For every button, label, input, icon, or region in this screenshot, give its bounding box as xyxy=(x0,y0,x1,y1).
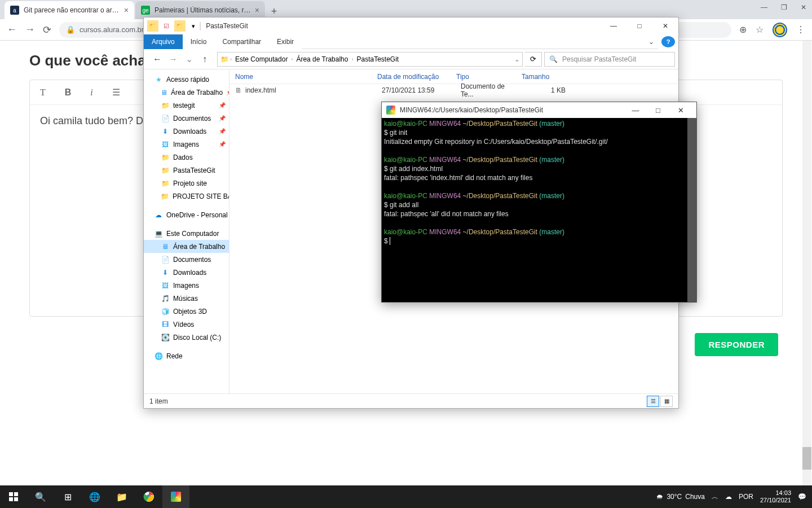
list-icon[interactable]: ☰ xyxy=(112,87,120,98)
minimize-icon[interactable]: — xyxy=(624,102,647,118)
ribbon-expand-icon[interactable]: ⌄ xyxy=(645,34,658,49)
tree-music[interactable]: 🎵Músicas xyxy=(144,292,229,305)
tree-images[interactable]: 🖼Imagens📌 xyxy=(144,138,229,151)
tree-this-pc[interactable]: 💻Este Computador xyxy=(144,227,229,240)
scrollbar-thumb[interactable] xyxy=(687,118,696,302)
tree-documents[interactable]: 📄Documentos📌 xyxy=(144,112,229,125)
col-name[interactable]: Nome xyxy=(230,73,372,81)
reload-icon[interactable]: ⟳ xyxy=(43,24,51,36)
tree-downloads[interactable]: ⬇Downloads📌 xyxy=(144,125,229,138)
minimize-icon[interactable]: — xyxy=(761,3,767,11)
breadcrumb[interactable]: 📁 › Este Computador › Área de Trabalho ›… xyxy=(217,52,523,67)
col-size[interactable]: Tamanho xyxy=(516,73,678,81)
tab-title: Palmeiras | Últimas notícias, resu xyxy=(155,6,251,14)
refresh-icon[interactable]: ⟳ xyxy=(525,52,542,67)
zoom-icon[interactable]: ⊕ xyxy=(739,24,747,35)
tab-arquivo[interactable]: Arquivo xyxy=(144,34,183,49)
tree-videos[interactable]: 🎞Vídeos xyxy=(144,318,229,331)
pin-icon: 📌 xyxy=(219,128,226,134)
explorer-icon[interactable]: 📁 xyxy=(108,485,135,508)
close-icon[interactable]: ✕ xyxy=(669,102,692,118)
tree-downloads-pc[interactable]: ⬇Downloads xyxy=(144,266,229,279)
file-row[interactable]: 🗎 index.html 27/10/2021 13:59 Documento … xyxy=(230,84,678,97)
back-icon[interactable]: ← xyxy=(7,24,17,36)
tab-exibir[interactable]: Exibir xyxy=(269,34,302,49)
terminal-scrollbar[interactable] xyxy=(687,118,696,302)
search-icon[interactable]: 🔍 xyxy=(27,485,54,508)
images-icon: 🖼 xyxy=(161,281,170,290)
language-indicator[interactable]: POR xyxy=(739,493,753,501)
task-view-icon[interactable]: ⊞ xyxy=(54,485,81,508)
tree-images-pc[interactable]: 🖼Imagens xyxy=(144,279,229,292)
responder-button[interactable]: RESPONDER xyxy=(695,333,778,356)
tree-quick-access[interactable]: ★Acesso rápido xyxy=(144,73,229,86)
desktop-icon: 🖥 xyxy=(161,242,170,251)
tree-dados[interactable]: 📁Dados xyxy=(144,151,229,164)
italic-icon[interactable]: i xyxy=(90,87,92,98)
tree-network[interactable]: 🌐Rede xyxy=(144,349,229,362)
tree-desktop[interactable]: 🖥Área de Trabalho📌 xyxy=(144,86,229,99)
terminal-titlebar[interactable]: MINGW64:/c/Users/kaio/Desktop/PastaTeste… xyxy=(382,102,696,118)
dropdown-icon[interactable]: ▾ xyxy=(188,20,199,32)
menu-icon[interactable]: ⋮ xyxy=(796,24,805,35)
chrome-icon[interactable] xyxy=(135,485,162,508)
edge-icon[interactable]: 🌐 xyxy=(81,485,108,508)
text-style-icon[interactable]: T xyxy=(40,87,46,98)
close-icon[interactable]: ✕ xyxy=(652,17,678,34)
profile-avatar[interactable] xyxy=(773,23,787,37)
minimize-icon[interactable]: — xyxy=(601,17,626,34)
git-bash-icon[interactable] xyxy=(162,485,189,508)
scrollbar-thumb[interactable] xyxy=(802,447,811,470)
details-view-icon[interactable]: ☰ xyxy=(647,396,659,407)
start-button[interactable] xyxy=(0,485,27,508)
forward-icon[interactable]: → xyxy=(25,24,35,36)
tree-testegit[interactable]: 📁testegit📌 xyxy=(144,99,229,112)
explorer-titlebar[interactable]: 📁 ☑ 📁 ▾ | PastaTesteGit — □ ✕ xyxy=(144,17,678,34)
tree-onedrive[interactable]: ☁OneDrive - Personal xyxy=(144,208,229,221)
chevron-right-icon[interactable]: › xyxy=(351,56,353,62)
onedrive-tray-icon[interactable]: ☁ xyxy=(725,493,732,501)
up-icon[interactable]: ↑ xyxy=(198,52,211,66)
close-icon[interactable]: × xyxy=(124,6,129,15)
col-type[interactable]: Tipo xyxy=(451,73,516,81)
close-icon[interactable]: ✕ xyxy=(801,3,806,11)
notifications-icon[interactable]: 💬 xyxy=(798,493,806,501)
tree-projeto-site[interactable]: 📁Projeto site xyxy=(144,177,229,190)
tree-disk-c[interactable]: 💽Disco Local (C:) xyxy=(144,331,229,344)
recent-icon[interactable]: ⌄ xyxy=(182,52,196,66)
crumb-desktop[interactable]: Área de Trabalho xyxy=(294,55,350,63)
tab-compartilhar[interactable]: Compartilhar xyxy=(214,34,269,49)
tray-chevron-icon[interactable]: ︿ xyxy=(712,492,718,502)
maximize-icon[interactable]: ❐ xyxy=(781,3,787,11)
maximize-icon[interactable]: □ xyxy=(647,102,669,118)
chevron-right-icon[interactable]: › xyxy=(230,56,232,62)
chevron-right-icon[interactable]: › xyxy=(291,56,293,62)
pin-icon: 📌 xyxy=(219,115,226,121)
bold-icon[interactable]: B xyxy=(65,87,72,98)
dropdown-icon[interactable]: ⌄ xyxy=(514,55,520,63)
tree-projeto-site-barb[interactable]: 📁PROJETO SITE BARB xyxy=(144,190,229,203)
clock[interactable]: 14:03 27/10/2021 xyxy=(760,489,791,504)
tree-pastatestegit[interactable]: 📁PastaTesteGit xyxy=(144,164,229,177)
tree-3d[interactable]: 🧊Objetos 3D xyxy=(144,305,229,318)
tree-documents-pc[interactable]: 📄Documentos xyxy=(144,253,229,266)
weather-widget[interactable]: 🌧 30°C Chuva xyxy=(656,493,705,501)
crumb-pc[interactable]: Este Computador xyxy=(233,55,290,63)
close-icon[interactable]: × xyxy=(255,6,259,15)
icons-view-icon[interactable]: ▦ xyxy=(660,396,673,407)
back-icon[interactable]: ← xyxy=(151,52,164,66)
file-list-header[interactable]: Nome Data de modificação Tipo Tamanho xyxy=(230,69,678,84)
maximize-icon[interactable]: □ xyxy=(626,17,652,34)
terminal-body[interactable]: kaio@kaio-PC MINGW64 ~/Desktop/PastaTest… xyxy=(382,118,696,302)
star-icon[interactable]: ☆ xyxy=(756,24,764,35)
quickaccess-icon[interactable]: ☑ xyxy=(161,20,172,32)
chrome-tab-active[interactable]: a Git parece não encontrar o arqui × xyxy=(5,1,134,19)
help-icon[interactable]: ? xyxy=(661,36,675,47)
col-date[interactable]: Data de modificação xyxy=(372,73,451,81)
page-scrollbar[interactable] xyxy=(802,41,811,487)
tab-inicio[interactable]: Início xyxy=(183,34,215,49)
crumb-folder[interactable]: PastaTesteGit xyxy=(354,55,401,63)
tree-desktop-pc[interactable]: 🖥Área de Trabalho xyxy=(144,240,229,253)
explorer-tree[interactable]: ★Acesso rápido 🖥Área de Trabalho📌 📁teste… xyxy=(144,69,230,393)
explorer-search[interactable]: 🔍 Pesquisar PastaTesteGit xyxy=(544,52,675,67)
